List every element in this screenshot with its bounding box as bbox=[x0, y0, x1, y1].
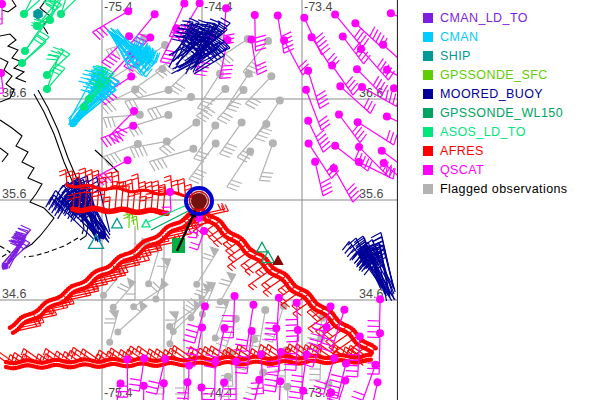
legend-item-cman: CMAN bbox=[423, 27, 598, 46]
legend-item-flagged: Flagged observations bbox=[423, 179, 598, 198]
legend-item-ship: SHIP bbox=[423, 46, 598, 65]
legend-item-qscat: QSCAT bbox=[423, 160, 598, 179]
storm-center-marker bbox=[186, 188, 212, 214]
grid-label: -73.4 bbox=[304, 0, 333, 14]
observation-map: -75.4-75.4-74.4-74.4-73.4-73.436.636.635… bbox=[0, 0, 398, 400]
legend-item-gpssonde-sfc: GPSSONDE_SFC bbox=[423, 65, 598, 84]
qscat-top-field bbox=[93, 0, 399, 202]
legend-item-afres: AFRES bbox=[423, 141, 598, 160]
legend-label-cman-ld-to: CMAN_LD_TO bbox=[440, 11, 528, 25]
legend-label-gpssonde-sfc: GPSSONDE_SFC bbox=[440, 68, 548, 82]
legend-label-flagged: Flagged observations bbox=[440, 182, 568, 196]
legend-label-gpssonde-wl150: GPSSONDE_WL150 bbox=[440, 106, 563, 120]
legend-item-moored-buoy: MOORED_BUOY bbox=[423, 84, 598, 103]
legend-swatch-asos-ld-to bbox=[423, 127, 433, 137]
ship-marker bbox=[33, 9, 43, 20]
grid-label: 34.6 bbox=[2, 287, 26, 301]
legend-label-afres: AFRES bbox=[440, 144, 484, 158]
legend-item-cman-ld-to: CMAN_LD_TO bbox=[423, 8, 598, 27]
legend-label-moored-buoy: MOORED_BUOY bbox=[440, 87, 543, 101]
legend-swatch-afres bbox=[423, 146, 433, 156]
legend-swatch-moored-buoy bbox=[423, 89, 433, 99]
grid-label: 35.6 bbox=[2, 187, 26, 201]
legend-label-ship: SHIP bbox=[440, 49, 471, 63]
legend-swatch-cman-ld-to bbox=[423, 13, 433, 23]
grid-label: 36.6 bbox=[2, 86, 26, 100]
legend-swatch-qscat bbox=[423, 165, 433, 175]
legend-item-gpssonde-wl150: GPSSONDE_WL150 bbox=[423, 103, 598, 122]
flagged-pennant-cluster bbox=[100, 237, 236, 347]
legend-swatch-cman bbox=[423, 32, 433, 42]
legend: CMAN_LD_TOCMANSHIPGPSSONDE_SFCMOORED_BUO… bbox=[423, 8, 598, 198]
legend-label-asos-ld-to: ASOS_LD_TO bbox=[440, 125, 526, 139]
legend-label-cman: CMAN bbox=[440, 30, 478, 44]
obs-plot-window: -75.4-75.4-74.4-74.4-73.4-73.436.636.635… bbox=[0, 0, 600, 400]
legend-swatch-flagged bbox=[423, 184, 433, 194]
grid-label: 35.6 bbox=[359, 187, 383, 201]
legend-label-qscat: QSCAT bbox=[440, 163, 484, 177]
legend-swatch-gpssonde-wl150 bbox=[423, 108, 433, 118]
legend-swatch-ship bbox=[423, 51, 433, 61]
legend-swatch-gpssonde-sfc bbox=[423, 70, 433, 80]
legend-item-asos-ld-to: ASOS_LD_TO bbox=[423, 122, 598, 141]
